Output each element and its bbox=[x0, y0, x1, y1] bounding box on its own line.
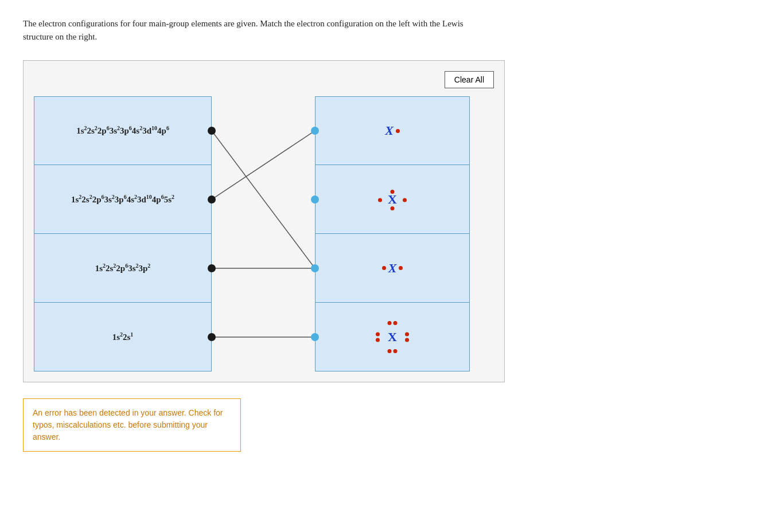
connector-dot-right-2[interactable] bbox=[311, 195, 319, 204]
lewis-dot-top-right-4 bbox=[394, 321, 398, 325]
lewis-pair-top bbox=[388, 321, 398, 325]
lewis-pair-right bbox=[405, 332, 409, 342]
lewis-dot-right-top-4 bbox=[405, 332, 409, 336]
lewis-dot-right-2 bbox=[403, 198, 407, 202]
instruction-text: The electron configurations for four mai… bbox=[23, 17, 493, 43]
lewis-dot-left-bottom-4 bbox=[376, 338, 380, 342]
lewis-dot-bottom-2 bbox=[391, 206, 395, 210]
lewis-structure-3: X bbox=[382, 261, 403, 276]
connector-dot-left-4[interactable] bbox=[208, 333, 216, 341]
error-message-box: An error has been detected in your answe… bbox=[23, 398, 241, 452]
lewis-dot-left-top-4 bbox=[376, 332, 380, 336]
connector-dot-right-4[interactable] bbox=[311, 333, 319, 341]
right-item-1[interactable]: X bbox=[315, 96, 470, 165]
connection-lines bbox=[212, 96, 315, 371]
lewis-dot-bottom-right-4 bbox=[394, 349, 398, 353]
lewis-dot-top-left-4 bbox=[388, 321, 392, 325]
lewis-dot-right-3 bbox=[399, 266, 403, 270]
lewis-structure-4: X bbox=[375, 320, 410, 354]
lewis-x-1: X bbox=[385, 123, 394, 138]
lewis-x-4: X bbox=[388, 330, 397, 345]
connector-dot-right-1[interactable] bbox=[311, 127, 319, 135]
right-column: X X X bbox=[315, 96, 470, 371]
left-item-3[interactable]: 1s22s22p63s23p2 bbox=[34, 234, 212, 303]
right-item-3[interactable]: X bbox=[315, 234, 470, 303]
matching-container: Clear All 1s22s22p63s23p64s23d104p6 1s22… bbox=[23, 60, 505, 382]
lewis-pair-left bbox=[376, 332, 380, 342]
lewis-structure-1: X bbox=[385, 123, 400, 138]
lewis-dot-left-2 bbox=[378, 198, 382, 202]
lewis-structure-2: X bbox=[378, 185, 407, 214]
lewis-x-3: X bbox=[388, 261, 397, 276]
connector-dot-left-2[interactable] bbox=[208, 195, 216, 204]
connector-dot-left-1[interactable] bbox=[208, 127, 216, 135]
connector-dot-right-3[interactable] bbox=[311, 264, 319, 272]
electron-config-4: 1s22s1 bbox=[112, 330, 134, 344]
error-text: An error has been detected in your answe… bbox=[33, 408, 223, 441]
electron-config-3: 1s22s22p63s23p2 bbox=[95, 261, 151, 275]
right-item-2[interactable]: X bbox=[315, 165, 470, 234]
electron-config-1: 1s22s22p63s23p64s23d104p6 bbox=[76, 124, 169, 138]
connector-dot-left-3[interactable] bbox=[208, 264, 216, 272]
lewis-dot-right-bottom-4 bbox=[405, 338, 409, 342]
connectors-column bbox=[212, 96, 315, 371]
connection-line-1 bbox=[212, 131, 315, 268]
lewis-dot-bottom-left-4 bbox=[388, 349, 392, 353]
matching-area: 1s22s22p63s23p64s23d104p6 1s22s22p63s23p… bbox=[34, 96, 494, 371]
left-column: 1s22s22p63s23p64s23d104p6 1s22s22p63s23p… bbox=[34, 96, 212, 371]
electron-config-2: 1s22s22p63s23p64s23d104p65s2 bbox=[71, 193, 174, 206]
left-item-2[interactable]: 1s22s22p63s23p64s23d104p65s2 bbox=[34, 165, 212, 234]
left-item-1[interactable]: 1s22s22p63s23p64s23d104p6 bbox=[34, 96, 212, 165]
lewis-dot-left-3 bbox=[382, 266, 386, 270]
right-item-4[interactable]: X bbox=[315, 303, 470, 371]
lewis-dot-1 bbox=[396, 129, 400, 133]
lewis-pair-bottom bbox=[388, 349, 398, 353]
connection-line-2 bbox=[212, 131, 315, 200]
clear-all-button[interactable]: Clear All bbox=[445, 71, 494, 88]
left-item-4[interactable]: 1s22s1 bbox=[34, 303, 212, 371]
lewis-dot-top-2 bbox=[391, 190, 395, 194]
